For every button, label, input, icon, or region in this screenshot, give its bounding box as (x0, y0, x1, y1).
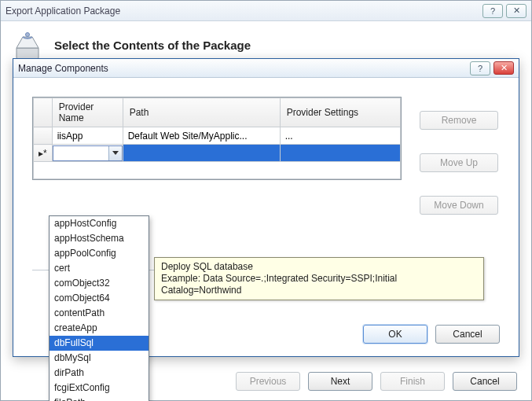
package-icon (12, 29, 43, 61)
dropdown-item[interactable]: dirPath (50, 366, 149, 381)
dropdown-item[interactable]: appHostSchema (50, 231, 149, 246)
grid-corner (34, 98, 53, 127)
provider-combo-cell[interactable] (52, 145, 123, 162)
dialog-button-row: OK Cancel (363, 325, 500, 344)
grid-empty-area (34, 162, 401, 179)
provider-dropdown-list[interactable]: appHostConfigappHostSchemaappPoolConfigc… (49, 215, 149, 401)
finish-button[interactable]: Finish (380, 372, 445, 391)
close-button[interactable]: ✕ (506, 4, 526, 18)
move-up-button[interactable]: Move Up (420, 153, 498, 172)
dropdown-item[interactable]: appPoolConfig (50, 246, 149, 261)
tooltip-line2: Example: Data Source=.;Integrated Securi… (161, 273, 477, 296)
wizard-button-row: Previous Next Finish Cancel (236, 372, 517, 391)
dropdown-item[interactable]: appHostConfig (50, 216, 149, 231)
outer-titlebar: Export Application Package ? ✕ (1, 1, 531, 21)
tooltip: Deploy SQL database Example: Data Source… (154, 257, 484, 300)
wizard-heading: Select the Contents of the Package (54, 39, 251, 52)
new-row-settings[interactable] (280, 145, 400, 162)
col-provider-name[interactable]: Provider Name (52, 98, 123, 127)
move-down-button[interactable]: Move Down (420, 196, 498, 215)
inner-titlebar: Manage Components ? ✕ (13, 59, 519, 78)
svg-point-0 (26, 33, 30, 37)
cell-settings[interactable]: ... (280, 127, 400, 145)
dropdown-item[interactable]: dbFullSql (50, 336, 149, 351)
dropdown-item[interactable]: createApp (50, 321, 149, 336)
dropdown-item[interactable]: fcgiExtConfig (50, 381, 149, 395)
cell-path[interactable]: Default Web Site/MyApplic... (123, 127, 280, 145)
dropdown-item[interactable]: comObject32 (50, 276, 149, 291)
tooltip-line1: Deploy SQL database (161, 261, 477, 273)
next-button[interactable]: Next (308, 372, 372, 391)
provider-combobox[interactable] (53, 145, 123, 161)
cell-provider[interactable]: iisApp (52, 127, 123, 145)
chevron-down-icon[interactable] (108, 146, 122, 160)
inner-help-button[interactable]: ? (470, 61, 490, 75)
inner-close-button[interactable]: ✕ (493, 61, 514, 75)
wizard-cancel-button[interactable]: Cancel (453, 372, 517, 391)
help-button[interactable]: ? (482, 4, 503, 18)
row-header[interactable] (34, 127, 53, 145)
components-grid[interactable]: Provider Name Path Provider Settings iis… (32, 97, 402, 180)
new-row-marker: ▸* (34, 145, 53, 162)
new-row[interactable]: ▸* (34, 145, 401, 162)
dropdown-item[interactable]: dbMySql (50, 351, 149, 366)
new-row-path[interactable] (123, 145, 280, 162)
provider-combo-value[interactable] (53, 146, 108, 160)
dropdown-item[interactable]: filePath (50, 395, 149, 401)
side-button-column: Remove Move Up Move Down (420, 111, 498, 215)
table-row[interactable]: iisApp Default Web Site/MyApplic... ... (34, 127, 401, 145)
dropdown-item[interactable]: contentPath (50, 306, 149, 321)
remove-button[interactable]: Remove (420, 111, 498, 130)
outer-window-title: Export Application Package (6, 6, 479, 17)
ok-button[interactable]: OK (363, 325, 427, 344)
col-provider-settings[interactable]: Provider Settings (280, 98, 400, 127)
dialog-cancel-button[interactable]: Cancel (435, 325, 500, 344)
dropdown-item[interactable]: cert (50, 261, 149, 276)
inner-window-title: Manage Components (18, 63, 467, 74)
previous-button[interactable]: Previous (236, 372, 300, 391)
col-path[interactable]: Path (123, 98, 280, 127)
dropdown-item[interactable]: comObject64 (50, 291, 149, 306)
